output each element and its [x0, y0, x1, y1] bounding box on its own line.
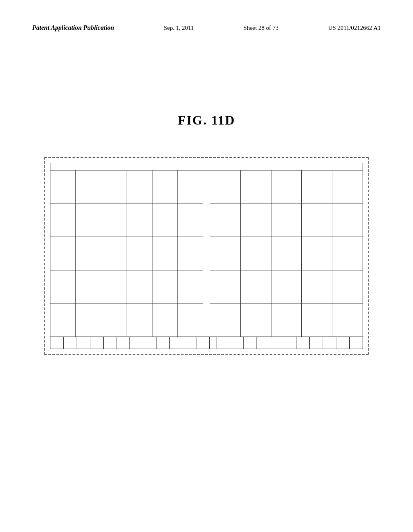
- grid-cell: [210, 270, 241, 303]
- grid-cell: [332, 204, 363, 237]
- grid-cell: [76, 237, 101, 270]
- grid-cell: [302, 204, 332, 237]
- sheet-number: Sheet 28 of 73: [244, 25, 279, 31]
- grid-cell: [178, 170, 203, 204]
- grid-cell: [152, 303, 178, 337]
- grid-cell: [76, 170, 101, 204]
- right-grid: [210, 170, 363, 337]
- publication-title: Patent Application Publication: [32, 24, 114, 31]
- grid-cell: [332, 170, 363, 204]
- bottom-cell: [283, 337, 296, 349]
- bottom-gap: [210, 337, 217, 349]
- table-row: [50, 270, 203, 304]
- page-header: Patent Application Publication Sep. 1, 2…: [32, 24, 381, 34]
- grid-cell: [152, 270, 178, 303]
- grid-cell: [50, 270, 76, 303]
- grid-cell: [178, 303, 203, 337]
- grid-cell: [50, 303, 76, 337]
- bottom-cell: [323, 337, 336, 349]
- grid-cell: [76, 303, 101, 337]
- grid-cell: [241, 204, 271, 237]
- grid-cell: [50, 170, 76, 204]
- table-row: [210, 237, 363, 270]
- page: Patent Application Publication Sep. 1, 2…: [0, 0, 413, 532]
- bottom-cell: [183, 337, 196, 349]
- grid-cell: [210, 237, 241, 270]
- bottom-cell: [130, 337, 143, 349]
- table-row: [50, 237, 203, 270]
- table-row: [210, 204, 363, 237]
- grid-cell: [127, 270, 152, 303]
- grid-cell: [101, 170, 127, 204]
- grid-cell: [210, 170, 241, 204]
- figure-diagram: [44, 157, 369, 355]
- grid-cell: [332, 303, 363, 337]
- grid-cell: [241, 170, 271, 204]
- table-row: [210, 170, 363, 204]
- top-bar: [50, 163, 363, 170]
- grid-cell: [302, 237, 332, 270]
- inner-frame: [50, 163, 363, 349]
- bottom-cell: [350, 337, 363, 349]
- grid-cell: [127, 170, 152, 204]
- bottom-cell: [230, 337, 244, 349]
- bottom-cell: [244, 337, 257, 349]
- grid-cell: [50, 237, 76, 270]
- bottom-cell: [270, 337, 284, 349]
- bottom-cell: [104, 337, 117, 349]
- grid-cell: [178, 237, 203, 270]
- bottom-cell: [156, 337, 170, 349]
- bottom-row: [50, 337, 363, 349]
- grid-cell: [101, 204, 127, 237]
- grid-cell: [241, 303, 271, 337]
- grid-cell: [271, 303, 302, 337]
- bottom-cell: [170, 337, 183, 349]
- table-row: [50, 204, 203, 237]
- bottom-cell: [90, 337, 104, 349]
- grid-cell: [271, 270, 302, 303]
- grid-cell: [101, 270, 127, 303]
- grid-cell: [332, 237, 363, 270]
- table-row: [210, 270, 363, 304]
- publication-date: Sep. 1, 2011: [164, 25, 194, 31]
- grid-cell: [127, 303, 152, 337]
- center-gap: [203, 170, 210, 337]
- bottom-cell: [257, 337, 270, 349]
- figure-title: FIG. 11D: [0, 113, 413, 128]
- bottom-cell: [336, 337, 350, 349]
- bottom-cell: [196, 337, 210, 349]
- grid-cell: [178, 204, 203, 237]
- bottom-cell: [117, 337, 130, 349]
- bottom-cell: [296, 337, 310, 349]
- grid-cell: [302, 270, 332, 303]
- bottom-cell: [50, 337, 64, 349]
- grid-cell: [210, 303, 241, 337]
- grid-cell: [76, 204, 101, 237]
- grid-cell: [127, 237, 152, 270]
- grid-cell: [152, 170, 178, 204]
- grid-cell: [127, 204, 152, 237]
- table-row: [50, 303, 203, 337]
- grid-cell: [101, 303, 127, 337]
- grid-cell: [76, 270, 101, 303]
- grid-cell: [101, 237, 127, 270]
- grid-cell: [152, 204, 178, 237]
- bottom-cell: [143, 337, 156, 349]
- grid-cell: [210, 204, 241, 237]
- grid-cell: [332, 270, 363, 303]
- grid-cell: [271, 204, 302, 237]
- grid-cell: [178, 270, 203, 303]
- grid-cell: [302, 170, 332, 204]
- bottom-cell: [217, 337, 230, 349]
- grid-cell: [271, 170, 302, 204]
- bottom-cell: [77, 337, 90, 349]
- bottom-cell: [64, 337, 77, 349]
- grid-cell: [302, 303, 332, 337]
- grid-area: [50, 170, 363, 337]
- patent-number: US 2011/0212662 A1: [328, 25, 381, 31]
- grid-cell: [50, 204, 76, 237]
- table-row: [50, 170, 203, 204]
- left-grid: [50, 170, 203, 337]
- grid-cell: [271, 237, 302, 270]
- table-row: [210, 303, 363, 337]
